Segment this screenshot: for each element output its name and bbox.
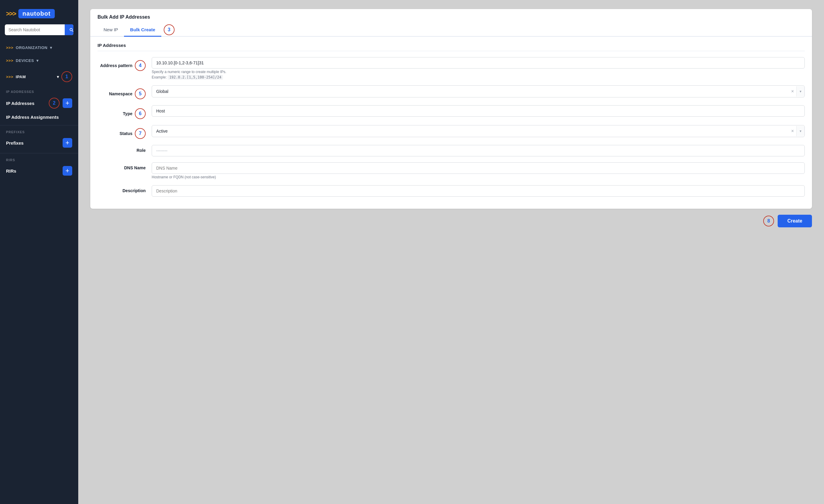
namespace-value: Global xyxy=(152,86,789,97)
description-field xyxy=(152,185,805,197)
tabs-container: New IP Bulk Create 3 xyxy=(90,23,812,37)
sidebar-item-devices[interactable]: >>> DEVICES xyxy=(0,55,78,66)
type-field: Host Network SLAAC xyxy=(152,105,805,117)
namespace-row: Namespace 5 Global × ▾ xyxy=(98,86,805,99)
role-select[interactable]: -------- Loopback Secondary VIP xyxy=(152,145,805,156)
search-button[interactable] xyxy=(65,24,74,35)
address-pattern-hint2: Example: 192.0.2.[1,5,100-254]/24 xyxy=(152,75,805,80)
address-pattern-hint1: Specify a numeric range to create multip… xyxy=(152,70,805,74)
tab-badge-3: 3 xyxy=(164,24,175,35)
description-row: Description xyxy=(98,185,805,197)
rirs-section-label: RIRS xyxy=(0,156,78,163)
status-label: Status 7 xyxy=(98,125,146,139)
namespace-label: Namespace 5 xyxy=(98,86,146,99)
form-section-title: IP Addresses xyxy=(98,43,805,51)
dns-name-label: DNS Name xyxy=(98,162,146,170)
prefixes-label: Prefixes xyxy=(6,140,60,145)
prefixes-section-label: PREFIXES xyxy=(0,128,78,135)
sidebar-logo: >>> nautobot xyxy=(0,6,78,24)
logo-arrows-icon: >>> xyxy=(6,10,16,18)
namespace-badge: 5 xyxy=(135,89,146,99)
sidebar-item-organization[interactable]: >>> ORGANIZATION xyxy=(0,42,78,53)
status-row: Status 7 Active × ▾ xyxy=(98,125,805,139)
description-input[interactable] xyxy=(152,185,805,197)
dns-name-row: DNS Name Hostname or FQDN (not case-sens… xyxy=(98,162,805,179)
dns-name-input[interactable] xyxy=(152,162,805,174)
address-pattern-input[interactable] xyxy=(152,57,805,69)
sidebar-item-prefixes[interactable]: Prefixes + xyxy=(0,135,78,151)
main-content: Bulk Add IP Addresses New IP Bulk Create… xyxy=(78,0,824,504)
devices-chevron-icon xyxy=(36,58,39,63)
namespace-clear-button[interactable]: × xyxy=(789,86,796,97)
status-value: Active xyxy=(152,126,789,136)
nav-section-devices: >>> DEVICES xyxy=(0,55,78,68)
status-dropdown-arrow-icon[interactable]: ▾ xyxy=(796,126,805,136)
ip-addresses-label: IP Addresses xyxy=(6,101,46,106)
type-row: Type 6 Host Network SLAAC xyxy=(98,105,805,119)
sidebar: >>> nautobot >>> ORGANIZATION >>> DEVICE… xyxy=(0,0,78,504)
nav-section-organization: >>> ORGANIZATION xyxy=(0,42,78,55)
namespace-select-container: Global × ▾ xyxy=(152,86,805,98)
address-pattern-label: Address pattern 4 xyxy=(98,57,146,71)
create-button[interactable]: Create xyxy=(778,215,812,227)
sidebar-item-ip-addresses[interactable]: IP Addresses 2 + xyxy=(0,95,78,112)
add-ip-address-button[interactable]: + xyxy=(63,98,72,108)
form-section: IP Addresses Address pattern 4 Specify a… xyxy=(90,37,812,209)
ip-address-assignments-label: IP Address Assignments xyxy=(6,115,72,120)
ipam-badge: 1 xyxy=(62,71,72,82)
add-prefix-button[interactable]: + xyxy=(63,138,72,148)
devices-label: DEVICES xyxy=(16,58,34,63)
sidebar-item-ipam[interactable]: >>> IPAM 1 xyxy=(0,68,78,85)
ipam-chevron-icon xyxy=(57,75,59,79)
address-pattern-hint-code: 192.0.2.[1,5,100-254]/24 xyxy=(168,75,223,80)
status-badge-num: 7 xyxy=(135,128,146,139)
nav-section-ipam: >>> IPAM 1 xyxy=(0,68,78,88)
namespace-dropdown-arrow-icon[interactable]: ▾ xyxy=(796,86,805,97)
logo-text: nautobot xyxy=(18,9,55,18)
role-row: Role -------- Loopback Secondary VIP xyxy=(98,145,805,156)
tab-new-ip[interactable]: New IP xyxy=(98,23,124,37)
create-badge: 8 xyxy=(763,216,774,227)
bulk-add-card: Bulk Add IP Addresses New IP Bulk Create… xyxy=(90,9,812,209)
rirs-label: RIRs xyxy=(6,168,60,173)
type-select[interactable]: Host Network SLAAC xyxy=(152,105,805,117)
ipam-label: IPAM xyxy=(16,75,54,79)
tab-bulk-create[interactable]: Bulk Create xyxy=(124,23,161,37)
ipam-arrows-icon: >>> xyxy=(6,75,13,79)
devices-arrows-icon: >>> xyxy=(6,58,13,63)
ip-addresses-section-label: IP ADDRESSES xyxy=(0,88,78,95)
dns-name-field: Hostname or FQDN (not case-sensitive) xyxy=(152,162,805,179)
status-select-container: Active × ▾ xyxy=(152,125,805,137)
org-label: ORGANIZATION xyxy=(16,45,47,50)
org-arrows-icon: >>> xyxy=(6,45,13,50)
description-label: Description xyxy=(98,185,146,193)
sidebar-search-container xyxy=(5,24,74,35)
type-label: Type 6 xyxy=(98,105,146,119)
namespace-field: Global × ▾ xyxy=(152,86,805,98)
search-input[interactable] xyxy=(5,24,65,35)
bottom-actions: 8 Create xyxy=(90,209,812,230)
status-clear-button[interactable]: × xyxy=(789,125,796,137)
dns-name-hint: Hostname or FQDN (not case-sensitive) xyxy=(152,175,805,179)
address-pattern-field: Specify a numeric range to create multip… xyxy=(152,57,805,80)
page-title: Bulk Add IP Addresses xyxy=(90,9,812,20)
sidebar-item-rirs[interactable]: RIRs + xyxy=(0,163,78,178)
add-rirs-button[interactable]: + xyxy=(63,166,72,175)
search-icon xyxy=(69,27,74,32)
role-field: -------- Loopback Secondary VIP xyxy=(152,145,805,156)
role-label: Role xyxy=(98,145,146,153)
type-badge: 6 xyxy=(135,108,146,119)
ip-addresses-badge: 2 xyxy=(49,98,60,109)
address-pattern-badge: 4 xyxy=(135,60,146,71)
org-chevron-icon xyxy=(50,45,53,50)
status-field: Active × ▾ xyxy=(152,125,805,137)
sidebar-item-ip-address-assignments[interactable]: IP Address Assignments xyxy=(0,112,78,123)
address-pattern-row: Address pattern 4 Specify a numeric rang… xyxy=(98,57,805,80)
